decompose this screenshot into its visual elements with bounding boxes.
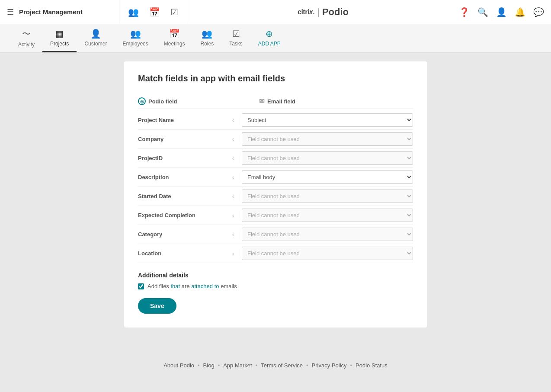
top-nav-right-icons: ❓ 🔍 👤 🔔 💬 xyxy=(459,7,544,17)
field-select-7[interactable]: Field cannot be used xyxy=(242,247,413,260)
footer-dot-1: • xyxy=(198,362,200,369)
field-name-1: Company xyxy=(138,136,224,142)
tasks-icon: ☑ xyxy=(232,29,240,39)
footer-dot-3: • xyxy=(256,362,258,369)
chat-icon[interactable]: 💬 xyxy=(533,7,544,17)
quick-nav-icons: 👥 📅 ☑ xyxy=(119,0,187,24)
tab-activity[interactable]: 〜 Activity xyxy=(10,24,42,52)
field-select-4[interactable]: Field cannot be used xyxy=(242,190,413,203)
field-name-4: Started Date xyxy=(138,193,224,199)
podio-field-icon: ◎ xyxy=(138,97,146,105)
field-name-3: Description xyxy=(138,174,224,180)
form-card: Match fields in app with email fields ◎ … xyxy=(124,61,427,328)
help-icon[interactable]: ❓ xyxy=(459,7,470,17)
arrow-icon-7: ‹ xyxy=(224,250,242,257)
field-row: Started Date‹Field cannot be used xyxy=(138,187,413,206)
podio-field-label: Podio field xyxy=(148,98,177,105)
save-button[interactable]: Save xyxy=(138,298,176,314)
footer-link-blog[interactable]: Blog xyxy=(203,362,215,369)
arrow-icon-4: ‹ xyxy=(224,193,242,200)
footer-dot-5: • xyxy=(350,362,352,369)
tab-add-app[interactable]: ⊕ ADD APP xyxy=(250,24,288,52)
field-select-3[interactable]: SubjectEmail bodyFromToCCDate xyxy=(242,170,413,184)
podio-field-column-header: ◎ Podio field xyxy=(138,97,259,105)
field-row: Category‹Field cannot be used xyxy=(138,225,413,244)
field-name-0: Project Name xyxy=(138,117,224,123)
footer-link-app-market[interactable]: App Market xyxy=(223,362,252,369)
field-name-7: Location xyxy=(138,250,224,257)
tab-customer-label: Customer xyxy=(84,41,107,47)
field-row: Description‹SubjectEmail bodyFromToCCDat… xyxy=(138,168,413,187)
footer-link-about-podio[interactable]: About Podio xyxy=(163,362,194,369)
attach-files-row: Add files that are attached to emails xyxy=(138,283,413,289)
field-mapping-header: ◎ Podio field ✉ Email field xyxy=(138,94,413,109)
arrow-icon-3: ‹ xyxy=(224,174,242,181)
email-envelope-icon: ✉ xyxy=(259,97,265,105)
activity-icon: 〜 xyxy=(22,28,31,40)
workspace-section: ☰ Project Management xyxy=(7,0,119,24)
field-row: Company‹Field cannot be used xyxy=(138,130,413,149)
footer-dot-2: • xyxy=(218,362,220,369)
citrix-logo: citrix. xyxy=(298,8,314,16)
tab-projects[interactable]: ▦ Projects xyxy=(42,24,77,52)
app-tabs-navigation: 〜 Activity ▦ Projects 👤 Customer 👥 Emplo… xyxy=(0,24,551,53)
logo-area: citrix. | Podio xyxy=(187,6,459,18)
notification-icon[interactable]: 🔔 xyxy=(515,7,525,17)
field-row: Project Name‹SubjectEmail bodyFromToCCDa… xyxy=(138,111,413,130)
arrow-icon-0: ‹ xyxy=(224,117,242,124)
field-select-1[interactable]: Field cannot be used xyxy=(242,132,413,146)
tab-activity-label: Activity xyxy=(18,42,35,48)
meetings-icon: 📅 xyxy=(169,29,180,39)
customer-icon: 👤 xyxy=(90,29,101,39)
employees-icon: 👥 xyxy=(130,29,141,39)
projects-icon: ▦ xyxy=(55,29,64,39)
top-navigation: ☰ Project Management 👥 📅 ☑ citrix. | Pod… xyxy=(0,0,551,24)
field-name-6: Category xyxy=(138,231,224,238)
arrow-icon-1: ‹ xyxy=(224,136,242,143)
tab-add-app-label: ADD APP xyxy=(258,41,281,47)
check-icon[interactable]: ☑ xyxy=(170,7,178,17)
hamburger-menu-icon[interactable]: ☰ xyxy=(7,7,14,17)
workspace-title: Project Management xyxy=(19,8,83,16)
footer-link-tos[interactable]: Terms of Service xyxy=(261,362,303,369)
roles-icon: 👥 xyxy=(202,29,212,39)
footer: About Podio • Blog • App Market • Terms … xyxy=(0,353,551,377)
arrow-icon-2: ‹ xyxy=(224,155,242,162)
add-app-icon: ⊕ xyxy=(266,29,273,39)
field-row: Location‹Field cannot be used xyxy=(138,244,413,263)
additional-details-section: Additional details Add files that are at… xyxy=(138,272,413,289)
arrow-icon-6: ‹ xyxy=(224,231,242,238)
tab-projects-label: Projects xyxy=(50,41,69,47)
field-select-6[interactable]: Field cannot be used xyxy=(242,228,413,241)
tab-tasks[interactable]: ☑ Tasks xyxy=(221,24,250,52)
search-icon[interactable]: 🔍 xyxy=(477,7,488,17)
field-name-2: ProjectID xyxy=(138,155,224,161)
calendar-icon[interactable]: 📅 xyxy=(149,7,160,17)
field-select-2[interactable]: Field cannot be used xyxy=(242,151,413,165)
email-field-column-header: ✉ Email field xyxy=(259,97,295,105)
form-title: Match fields in app with email fields xyxy=(138,74,413,84)
tab-employees[interactable]: 👥 Employees xyxy=(115,24,156,52)
people-icon[interactable]: 👥 xyxy=(128,7,139,17)
tab-meetings[interactable]: 📅 Meetings xyxy=(156,24,193,52)
additional-details-title: Additional details xyxy=(138,272,413,279)
footer-link-status[interactable]: Podio Status xyxy=(356,362,388,369)
tab-roles-label: Roles xyxy=(200,41,214,47)
field-select-0[interactable]: SubjectEmail bodyFromToCCDate xyxy=(242,113,413,127)
attach-files-label[interactable]: Add files that are attached to emails xyxy=(147,283,237,289)
field-name-5: Expected Completion xyxy=(138,212,224,218)
tab-employees-label: Employees xyxy=(122,41,148,47)
user-icon[interactable]: 👤 xyxy=(496,7,507,17)
field-row: ProjectID‹Field cannot be used xyxy=(138,149,413,168)
field-rows-container: Project Name‹SubjectEmail bodyFromToCCDa… xyxy=(138,111,413,263)
tab-meetings-label: Meetings xyxy=(164,41,185,47)
footer-dot-4: • xyxy=(306,362,308,369)
main-content: Match fields in app with email fields ◎ … xyxy=(0,53,551,336)
logo-divider: | xyxy=(317,6,320,18)
attach-files-checkbox[interactable] xyxy=(138,283,144,289)
field-select-5[interactable]: Field cannot be used xyxy=(242,209,413,222)
footer-link-privacy[interactable]: Privacy Policy xyxy=(312,362,347,369)
tab-roles[interactable]: 👥 Roles xyxy=(192,24,221,52)
podio-logo: Podio xyxy=(322,6,349,18)
tab-customer[interactable]: 👤 Customer xyxy=(77,24,115,52)
